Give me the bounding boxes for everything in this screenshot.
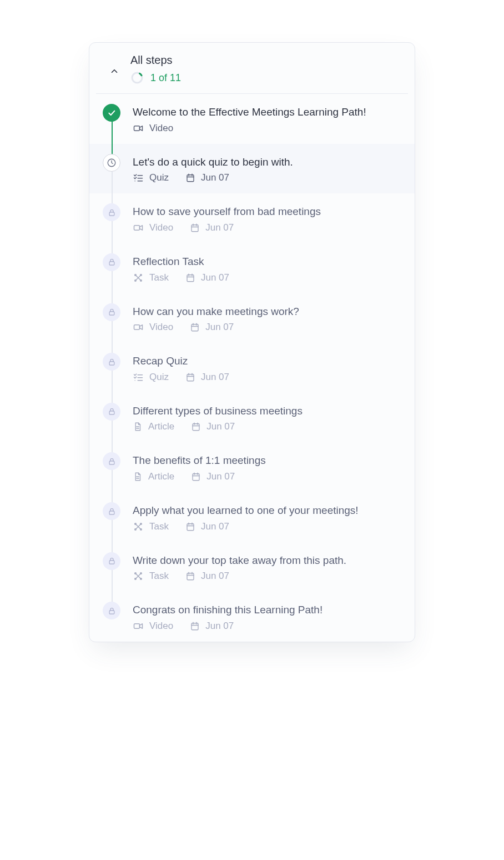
step-item[interactable]: The benefits of 1:1 meetingsArticleJun 0… [89,442,415,492]
step-item[interactable]: Let's do a quick quiz to begin with.Quiz… [89,144,415,194]
task-icon [133,571,144,582]
step-item[interactable]: Reflection TaskTaskJun 07 [89,243,415,293]
svg-marker-79 [140,624,143,628]
calendar-icon [191,472,201,482]
step-date: Jun 07 [206,471,235,482]
svg-rect-29 [109,312,114,315]
progress-row: 1 of 11 [130,71,395,84]
step-status-node [103,104,120,122]
video-icon [133,322,144,333]
video-icon [133,621,144,632]
step-date: Jun 07 [205,621,234,632]
step-status-node [103,303,120,321]
lock-icon [108,208,116,217]
svg-rect-68 [109,561,114,564]
svg-rect-30 [134,325,140,329]
step-item[interactable]: Different types of business meetingsArti… [89,393,415,443]
svg-rect-45 [109,411,114,414]
step-meta: ArticleJun 07 [133,471,401,482]
step-meta: QuizJun 07 [133,372,401,383]
step-status-node [103,552,120,570]
svg-rect-52 [109,461,114,464]
svg-rect-77 [109,611,114,614]
lock-icon [108,507,116,516]
step-type: Quiz [149,172,169,183]
step-type: Video [149,123,173,134]
step-title: Reflection Task [133,254,401,269]
calendar-icon [190,322,200,332]
step-title: Congrats on finishing this Learning Path… [133,603,401,617]
step-title: How can you make meetings work? [133,304,401,319]
step-title: Apply what you learned to one of your me… [133,503,401,518]
step-type: Video [149,222,173,233]
step-type: Quiz [149,372,169,383]
step-meta: VideoJun 07 [133,621,401,632]
step-meta: TaskJun 07 [133,272,401,283]
step-meta: QuizJun 07 [133,172,401,183]
step-date: Jun 07 [201,272,229,283]
step-meta: Video [133,123,401,134]
lock-icon [108,407,116,416]
step-type: Article [148,421,174,432]
svg-rect-41 [187,374,194,381]
clock-icon [107,158,117,168]
step-item[interactable]: Welcome to the Effective Meetings Learni… [89,94,415,144]
step-status-node [103,602,120,619]
calendar-icon [185,173,195,183]
step-status-node [103,154,120,172]
svg-rect-48 [193,424,199,431]
panel-header[interactable]: All steps 1 of 11 [96,43,408,94]
step-meta: TaskJun 07 [133,571,401,582]
svg-rect-14 [134,226,140,230]
calendar-icon [191,422,201,432]
calendar-icon [190,223,200,233]
calendar-icon [190,621,200,631]
article-icon [133,471,143,482]
step-item[interactable]: How to save yourself from bad meetingsVi… [89,193,415,243]
lock-icon [108,607,116,615]
step-date: Jun 07 [201,372,229,383]
svg-rect-20 [109,262,114,265]
quiz-icon [133,372,144,383]
calendar-icon [185,372,195,382]
step-date: Jun 07 [201,172,229,183]
quiz-icon [133,172,144,183]
step-type: Video [149,621,173,632]
calendar-icon [185,571,195,581]
learning-path-panel: All steps 1 of 11 Welcome to the Effecti… [89,42,415,642]
video-icon [133,123,144,134]
step-item[interactable]: Apply what you learned to one of your me… [89,492,415,542]
step-item[interactable]: Congrats on finishing this Learning Path… [89,592,415,642]
svg-rect-36 [109,362,114,365]
step-item[interactable]: Write down your top take away from this … [89,542,415,592]
svg-rect-59 [109,511,114,514]
step-title: Welcome to the Effective Meetings Learni… [133,105,401,119]
task-icon [133,272,144,283]
video-icon [133,222,144,233]
step-status-node [103,353,120,371]
step-title: How to save yourself from bad meetings [133,204,401,219]
step-item[interactable]: How can you make meetings work?VideoJun … [89,293,415,343]
step-item[interactable]: Recap QuizQuizJun 07 [89,343,415,393]
svg-rect-80 [191,623,198,630]
steps-list: Welcome to the Effective Meetings Learni… [89,94,415,642]
step-date: Jun 07 [201,521,229,532]
lock-icon [108,457,116,466]
progress-text: 1 of 11 [150,72,181,84]
step-meta: ArticleJun 07 [133,421,401,432]
svg-marker-15 [140,226,143,230]
chevron-up-icon [109,66,119,76]
lock-icon [108,557,116,565]
lock-icon [108,358,116,366]
svg-rect-25 [187,274,194,281]
check-icon [107,108,116,117]
task-icon [133,521,144,532]
calendar-icon [185,273,195,283]
lock-icon [108,258,116,266]
svg-rect-55 [193,474,199,481]
svg-rect-32 [191,324,198,331]
step-type: Task [149,571,169,582]
step-title: Recap Quiz [133,354,401,368]
step-status-node [103,403,120,421]
step-status-node [103,452,120,470]
